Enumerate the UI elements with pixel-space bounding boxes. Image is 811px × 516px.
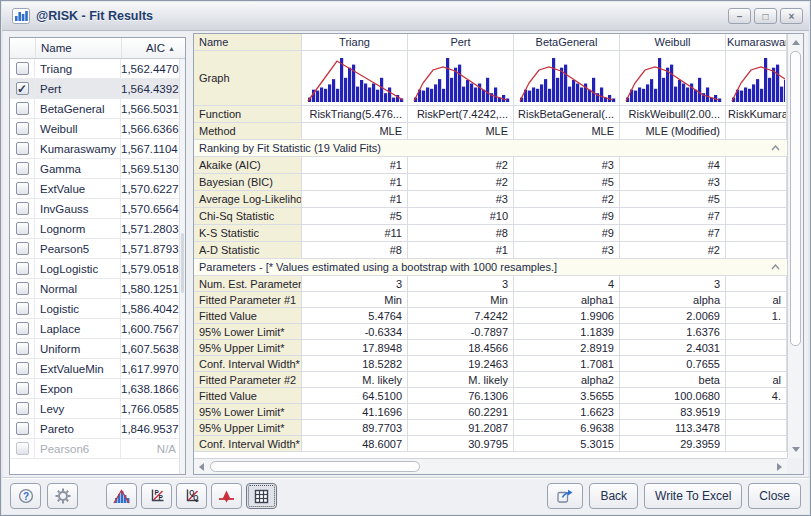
unchecked-checkbox-icon[interactable] <box>16 322 29 335</box>
distribution-column-header[interactable]: Weibull <box>620 34 726 51</box>
unchecked-checkbox-icon[interactable] <box>16 302 29 315</box>
unchecked-checkbox-icon[interactable] <box>16 202 29 215</box>
fit-checkbox-cell <box>10 59 35 78</box>
discrepancy-plot-button[interactable] <box>211 483 242 509</box>
fit-list-row[interactable]: Lognorm1,571.2803 <box>10 219 179 239</box>
horizontal-scrollbar-thumb[interactable] <box>210 461 420 472</box>
fit-aic-value: 1,580.1251 <box>121 283 181 295</box>
fit-list-row[interactable]: ExtValueMin1,617.9970 <box>10 359 179 379</box>
horizontal-scrollbar[interactable] <box>194 458 787 474</box>
fit-checkbox-cell <box>10 419 35 438</box>
statistic-value: 113.3478 <box>620 420 726 436</box>
graph-thumbnail-cell[interactable] <box>302 51 408 106</box>
unchecked-checkbox-icon[interactable] <box>16 442 29 455</box>
vertical-scrollbar-thumb[interactable] <box>790 51 801 346</box>
statistics-grid-button[interactable] <box>246 483 277 509</box>
unchecked-checkbox-icon[interactable] <box>16 162 29 175</box>
discrepancy-icon <box>218 489 235 504</box>
fit-list-row[interactable]: Pareto1,846.9537 <box>10 419 179 439</box>
fit-list-row[interactable]: ✓Pert1,564.4392 <box>10 79 179 99</box>
fit-list-row[interactable]: Logistic1,586.4042 <box>10 299 179 319</box>
fit-list-row[interactable]: BetaGeneral1,566.5031 <box>10 99 179 119</box>
close-button[interactable]: Close <box>748 483 801 509</box>
statistic-row-label: 95% Upper Limit* <box>194 420 302 436</box>
scroll-left-icon[interactable] <box>199 463 204 471</box>
unchecked-checkbox-icon[interactable] <box>16 242 29 255</box>
results-grid: NameTriangPertBetaGeneralWeibullKumarasw… <box>194 34 787 458</box>
distribution-column-header[interactable]: Triang <box>302 34 408 51</box>
statistic-value: M. likely <box>302 372 408 388</box>
unchecked-checkbox-icon[interactable] <box>16 262 29 275</box>
unchecked-checkbox-icon[interactable] <box>16 62 29 75</box>
checked-checkbox-icon[interactable]: ✓ <box>16 82 29 95</box>
fit-list-row[interactable]: Kumaraswamy1,567.1104 <box>10 139 179 159</box>
fit-list-row[interactable]: Laplace1,600.7567 <box>10 319 179 339</box>
statistic-value: 64.5100 <box>302 388 408 404</box>
scroll-right-icon[interactable] <box>777 463 782 471</box>
scroll-down-icon[interactable] <box>792 447 800 452</box>
fit-list-row[interactable]: LogLogistic1,579.0518 <box>10 259 179 279</box>
fit-results-window: @RISK - Fit Results – □ × Name AIC ▲ Tri… <box>0 0 811 516</box>
statistic-value: 2.0069 <box>620 308 726 324</box>
fit-list-row[interactable]: InvGauss1,570.6564 <box>10 199 179 219</box>
graph-thumbnail-cell[interactable] <box>726 51 787 106</box>
fit-list-row[interactable]: ExtValue1,570.6227 <box>10 179 179 199</box>
fit-histogram-thumbnail <box>515 53 618 104</box>
qq-plot-button[interactable]: Q Q <box>176 483 207 509</box>
unchecked-checkbox-icon[interactable] <box>16 402 29 415</box>
collapse-section-icon[interactable] <box>770 263 781 271</box>
distribution-column-header[interactable]: Pert <box>408 34 514 51</box>
unchecked-checkbox-icon[interactable] <box>16 382 29 395</box>
statistic-row-label: Fitted Parameter #1 <box>194 292 302 308</box>
graph-thumbnail-cell[interactable] <box>620 51 726 106</box>
fit-comparison-graph-button[interactable] <box>106 483 137 509</box>
fit-list-row[interactable]: Expon1,638.1866 <box>10 379 179 399</box>
minimize-button[interactable]: – <box>728 8 751 24</box>
export-button[interactable] <box>547 483 583 509</box>
settings-gear-button[interactable] <box>47 483 78 509</box>
maximize-button[interactable]: □ <box>754 8 777 24</box>
fit-list-row[interactable]: Triang1,562.4470 <box>10 59 179 79</box>
back-button[interactable]: Back <box>589 483 638 509</box>
close-window-button[interactable]: × <box>780 8 803 24</box>
unchecked-checkbox-icon[interactable] <box>16 282 29 295</box>
statistic-value: #9 <box>514 225 620 242</box>
fit-list-scrollbar[interactable] <box>179 59 185 474</box>
vertical-scrollbar[interactable] <box>787 34 803 458</box>
statistic-value: #8 <box>408 225 514 242</box>
section-title: Ranking by Fit Statistic (19 Valid Fits) <box>199 142 770 154</box>
help-button[interactable]: ? <box>10 483 41 509</box>
graph-thumbnail-cell[interactable] <box>514 51 620 106</box>
fit-list-scrollbar-thumb[interactable] <box>181 233 184 293</box>
statistic-row-label: Akaike (AIC) <box>194 157 302 174</box>
unchecked-checkbox-icon[interactable] <box>16 142 29 155</box>
statistic-row-label: A-D Statistic <box>194 242 302 259</box>
fit-list-row[interactable]: Gamma1,569.5130 <box>10 159 179 179</box>
aic-column-header[interactable]: AIC ▲ <box>121 38 181 58</box>
unchecked-checkbox-icon[interactable] <box>16 222 29 235</box>
fit-aic-value: 1,600.7567 <box>121 323 181 335</box>
collapse-section-icon[interactable] <box>770 144 781 152</box>
fit-list-row[interactable]: Normal1,580.1251 <box>10 279 179 299</box>
pp-plot-button[interactable]: P P <box>141 483 172 509</box>
unchecked-checkbox-icon[interactable] <box>16 122 29 135</box>
statistic-value: 1.1839 <box>514 324 620 340</box>
name-column-header[interactable]: Name <box>35 38 121 58</box>
statistic-value: #1 <box>302 157 408 174</box>
write-to-excel-button[interactable]: Write To Excel <box>644 483 742 509</box>
unchecked-checkbox-icon[interactable] <box>16 102 29 115</box>
scroll-up-icon[interactable] <box>792 40 800 45</box>
unchecked-checkbox-icon[interactable] <box>16 182 29 195</box>
fit-list-row[interactable]: Levy1,766.0585 <box>10 399 179 419</box>
unchecked-checkbox-icon[interactable] <box>16 422 29 435</box>
distribution-column-header[interactable]: BetaGeneral <box>514 34 620 51</box>
fit-list-row[interactable]: Weibull1,566.6366 <box>10 119 179 139</box>
graph-thumbnail-cell[interactable] <box>408 51 514 106</box>
fit-list-row[interactable]: Pearson51,571.8793 <box>10 239 179 259</box>
statistic-value <box>726 436 787 452</box>
unchecked-checkbox-icon[interactable] <box>16 342 29 355</box>
fit-list-row[interactable]: Pearson6N/A <box>10 439 179 459</box>
distribution-column-header[interactable]: Kumaraswam <box>726 34 787 51</box>
fit-list-row[interactable]: Uniform1,607.5638 <box>10 339 179 359</box>
unchecked-checkbox-icon[interactable] <box>16 362 29 375</box>
